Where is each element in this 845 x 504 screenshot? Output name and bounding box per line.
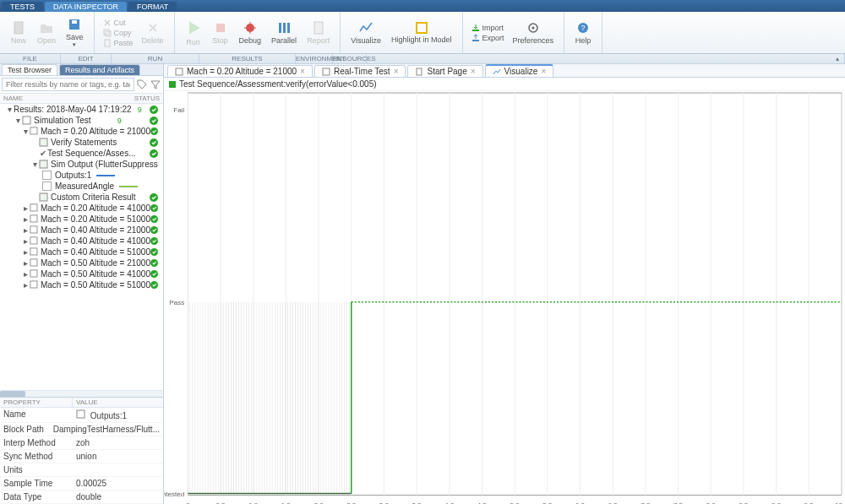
document-tabs: Mach = 0.20 Altitude = 21000× Real-Time …	[164, 64, 845, 78]
tree-sim-output[interactable]: ▾ Sim Output (FlutterSuppress	[0, 159, 163, 170]
doc-tab-realtime[interactable]: Real-Time Test×	[314, 65, 406, 77]
svg-rect-34	[30, 226, 37, 233]
section-edit: EDIT	[61, 54, 112, 63]
tree-m020a41[interactable]: ▸Mach = 0.20 Altitude = 41000	[0, 203, 163, 214]
open-button[interactable]: Open	[32, 19, 61, 46]
tree-test-seq-label: Test Sequence/Asses...	[47, 149, 136, 158]
tree-m040a51[interactable]: ▸Mach = 0.40 Altitude = 51000	[0, 247, 163, 257]
pass-icon	[150, 215, 158, 224]
prop-block-val: DampingTestHarness/Flutt...	[50, 423, 163, 436]
prop-name-key: Name	[0, 408, 73, 422]
tab-format[interactable]: FORMAT	[128, 2, 177, 12]
copy-button[interactable]: Copy	[103, 28, 134, 38]
run-button[interactable]: Run	[180, 18, 207, 48]
tree-measured[interactable]: MeasuredAngle	[0, 181, 163, 192]
svg-point-45	[150, 281, 158, 289]
svg-rect-49	[417, 68, 422, 75]
help-label: Help	[575, 36, 592, 45]
tree-test-seq[interactable]: ✔ Test Sequence/Asses...	[0, 148, 163, 159]
close-icon[interactable]: ×	[541, 67, 546, 76]
doc-tab-m020a21[interactable]: Mach = 0.20 Altitude = 21000×	[167, 65, 313, 77]
new-button[interactable]: New	[5, 19, 32, 46]
tree-m040a41-label: Mach = 0.40 Altitude = 41000	[41, 236, 150, 246]
results-tree[interactable]: ▾Results: 2018-May-04 17:19:22 9 ▾ Simul…	[0, 104, 163, 331]
doc-tab-startpage[interactable]: Start Page×	[407, 65, 482, 77]
ribbon-sections: FILE EDIT RUN RESULTS ENVIRONMENT RESOUR…	[0, 54, 845, 64]
close-icon[interactable]: ×	[394, 67, 399, 76]
section-environment: ENVIRONMENT	[296, 54, 333, 63]
paste-button[interactable]: Paste	[103, 38, 134, 48]
checkbox-icon[interactable]	[42, 182, 52, 191]
preferences-button[interactable]: Preferences	[508, 19, 559, 46]
tags-icon[interactable]	[136, 79, 148, 90]
close-icon[interactable]: ×	[471, 67, 476, 76]
tree-m040a21[interactable]: ▸Mach = 0.40 Altitude = 21000	[0, 225, 163, 236]
prop-dtype-val: double	[73, 490, 163, 503]
tree-header: NAME STATUS	[0, 94, 163, 104]
save-label: Save	[66, 33, 84, 41]
ribbon-collapse-icon[interactable]: ▴	[367, 54, 845, 63]
tree-m040a21-label: Mach = 0.40 Altitude = 21000	[41, 225, 150, 235]
stop-button[interactable]: Stop	[207, 19, 234, 46]
parallel-button[interactable]: Parallel	[266, 19, 302, 46]
app-tabs: TESTS DATA INSPECTOR FORMAT	[0, 0, 845, 12]
tree-outputs1-label: Outputs:1	[55, 171, 91, 180]
pass-icon	[150, 138, 158, 147]
report-button[interactable]: Report	[302, 19, 335, 46]
tree-m050a51[interactable]: ▸Mach = 0.50 Altitude = 51000	[0, 279, 163, 290]
tree-outputs1[interactable]: Outputs:1	[0, 170, 163, 181]
section-results: RESULTS	[199, 54, 296, 63]
import-button[interactable]: Import	[472, 23, 504, 33]
tree-root[interactable]: ▾Results: 2018-May-04 17:19:22 9	[0, 104, 163, 115]
stop-label: Stop	[212, 36, 228, 45]
plot-area[interactable]: 00.51.01.52.02.53.03.54.04.55.05.56.06.5…	[164, 91, 845, 504]
svg-text:?: ?	[581, 24, 586, 32]
tab-tests[interactable]: TESTS	[2, 2, 43, 12]
filter-input[interactable]	[2, 78, 134, 91]
checkbox-icon[interactable]	[42, 171, 52, 180]
svg-rect-38	[30, 248, 37, 255]
svg-rect-2	[72, 20, 77, 24]
tree-custom[interactable]: Custom Criteria Result	[0, 192, 163, 203]
svg-rect-24	[40, 138, 47, 146]
cut-button[interactable]: Cut	[103, 18, 134, 28]
clipboard-buttons: Cut Copy Paste	[100, 18, 137, 48]
pass-icon	[150, 237, 158, 246]
filter-icon[interactable]	[150, 79, 161, 90]
section-run: RUN	[112, 54, 199, 63]
tab-test-browser[interactable]: Test Browser	[2, 64, 57, 75]
pass-icon	[150, 281, 158, 290]
pass-icon	[150, 226, 158, 235]
tab-data-inspector[interactable]: DATA INSPECTOR	[45, 2, 127, 12]
highlight-button[interactable]: Highlight in Model	[386, 19, 457, 46]
tree-m020a51[interactable]: ▸Mach = 0.20 Altitude = 51000	[0, 214, 163, 225]
close-icon[interactable]: ×	[300, 67, 305, 76]
svg-rect-3	[104, 30, 109, 35]
test-icon	[175, 68, 183, 76]
new-label: New	[11, 36, 26, 45]
doc-tab-visualize[interactable]: Visualize×	[485, 64, 554, 77]
visualize-button[interactable]: Visualize	[346, 19, 386, 46]
tree-h-scrollbar[interactable]	[0, 390, 163, 397]
svg-rect-12	[417, 23, 427, 33]
save-button[interactable]: Save▾	[61, 16, 89, 50]
tree-verify[interactable]: Verify Statements	[0, 137, 163, 148]
tree-m020a21[interactable]: ▾ Mach = 0.20 Altitude = 21000	[0, 126, 163, 137]
tree-m040a41[interactable]: ▸Mach = 0.40 Altitude = 41000	[0, 236, 163, 247]
tree-sim-test[interactable]: ▾ Simulation Test 9	[0, 115, 163, 126]
report-label: Report	[307, 36, 330, 45]
prop-dtype-key: Data Type	[0, 490, 73, 503]
tree-measured-label: MeasuredAngle	[55, 182, 114, 191]
delete-button[interactable]: Delete	[137, 19, 169, 46]
delete-label: Delete	[142, 36, 164, 45]
tree-sim-badge: 9	[117, 117, 122, 125]
help-button[interactable]: ?Help	[570, 19, 597, 46]
doc-tab-m020a21-label: Mach = 0.20 Altitude = 21000	[187, 67, 297, 76]
tab-results-artifacts[interactable]: Results and Artifacts	[59, 64, 140, 75]
tree-m050a41[interactable]: ▸Mach = 0.50 Altitude = 41000	[0, 268, 163, 279]
prop-interp-val: zoh	[73, 436, 163, 449]
export-button[interactable]: Export	[472, 33, 504, 43]
tree-m050a21[interactable]: ▸Mach = 0.50 Altitude = 21000	[0, 257, 163, 268]
debug-button[interactable]: Debug	[234, 19, 267, 46]
tree-root-badge: 9	[138, 106, 142, 114]
